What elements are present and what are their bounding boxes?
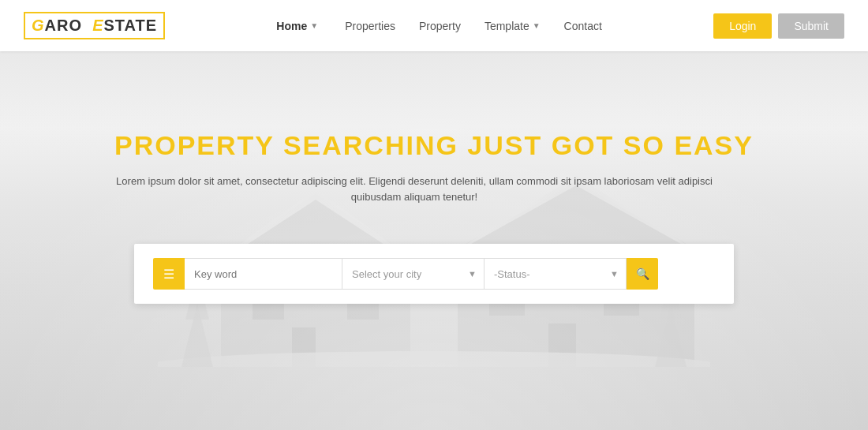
logo-text: GARO ESTATE bbox=[24, 12, 165, 39]
search-bar: ☰ Select your city New York Los Angeles … bbox=[134, 244, 734, 304]
search-bar-wrapper: ☰ Select your city New York Los Angeles … bbox=[134, 244, 734, 304]
snow-overlay bbox=[0, 51, 868, 430]
home-dropdown-icon: ▼ bbox=[310, 21, 318, 30]
header: GARO ESTATE Home ▼ Properties Property T… bbox=[0, 0, 868, 51]
header-buttons: Login Submit bbox=[713, 13, 844, 39]
logo-g: G bbox=[32, 17, 45, 34]
template-dropdown-icon: ▼ bbox=[533, 21, 541, 30]
hero-section: PROPERTY SEARCHING JUST GOT SO EASY Lore… bbox=[0, 51, 868, 430]
logo-e: E bbox=[92, 17, 103, 34]
hero-subtitle: Lorem ipsum dolor sit amet, consectetur … bbox=[114, 174, 714, 204]
hero-title: PROPERTY SEARCHING JUST GOT SO EASY bbox=[114, 130, 754, 161]
city-select-wrapper: Select your city New York Los Angeles Ch… bbox=[342, 258, 485, 290]
status-select-wrapper: -Status- For Sale For Rent Sold ▼ bbox=[485, 258, 627, 290]
main-nav: Home ▼ Properties Property Template ▼ Co… bbox=[276, 20, 602, 32]
nav-item-property[interactable]: Property bbox=[419, 20, 461, 32]
submit-button[interactable]: Submit bbox=[778, 13, 844, 39]
status-select[interactable]: -Status- For Sale For Rent Sold bbox=[485, 258, 627, 290]
login-button[interactable]: Login bbox=[713, 13, 772, 39]
logo[interactable]: GARO ESTATE bbox=[24, 12, 165, 39]
search-icon: 🔍 bbox=[636, 267, 649, 280]
hero-content: PROPERTY SEARCHING JUST GOT SO EASY Lore… bbox=[114, 130, 754, 204]
nav-item-home[interactable]: Home ▼ bbox=[276, 20, 321, 32]
nav-item-properties[interactable]: Properties bbox=[345, 20, 395, 32]
search-button[interactable]: 🔍 bbox=[627, 258, 658, 290]
nav-item-template[interactable]: Template ▼ bbox=[485, 20, 541, 32]
nav-item-contact[interactable]: Contact bbox=[564, 20, 602, 32]
search-keyword-input[interactable] bbox=[185, 258, 342, 290]
menu-icon: ☰ bbox=[163, 267, 174, 282]
search-menu-button[interactable]: ☰ bbox=[153, 258, 185, 290]
city-select[interactable]: Select your city New York Los Angeles Ch… bbox=[342, 258, 485, 290]
